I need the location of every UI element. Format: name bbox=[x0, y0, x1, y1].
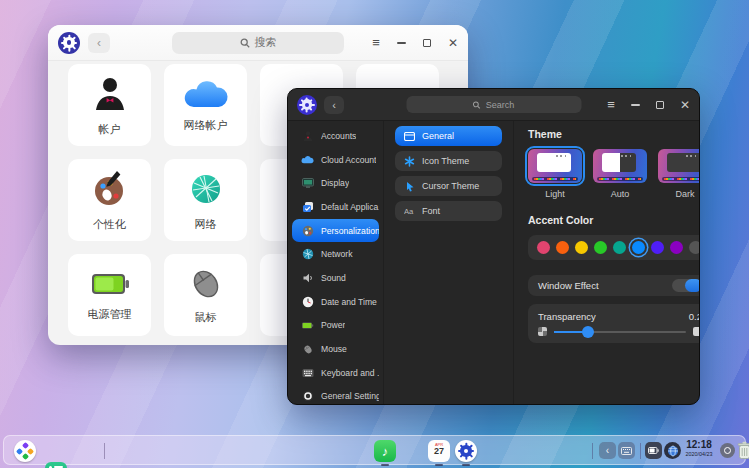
mouse-icon bbox=[301, 343, 314, 356]
tile-label: 鼠标 bbox=[195, 310, 217, 325]
sidebar-item-general-settings[interactable]: General Settings bbox=[292, 385, 379, 405]
transparency-slider[interactable] bbox=[554, 331, 686, 333]
maximize-button[interactable] bbox=[423, 39, 431, 47]
tile-personalization[interactable]: 个性化 bbox=[68, 159, 151, 241]
theme-option-light[interactable]: Light bbox=[528, 149, 582, 199]
default-apps-icon bbox=[301, 200, 314, 213]
window-controls: ≡ ✕ bbox=[372, 36, 458, 49]
tile-accounts[interactable]: 帐户 bbox=[68, 64, 151, 146]
personalization-nav: General Icon Theme Cursor Theme Aa Font bbox=[384, 121, 514, 404]
dock-separator bbox=[592, 443, 593, 459]
onboard-keyboard-icon[interactable] bbox=[618, 442, 635, 459]
launcher-icon[interactable] bbox=[14, 440, 36, 462]
accent-color-dot[interactable] bbox=[670, 241, 683, 254]
tile-label: 电源管理 bbox=[88, 307, 132, 322]
sidebar-item-keyboard[interactable]: Keyboard and ... bbox=[292, 361, 379, 385]
accent-color-dot[interactable] bbox=[632, 241, 645, 254]
accent-color-dot[interactable] bbox=[556, 241, 569, 254]
accent-color-row bbox=[528, 235, 700, 260]
search-input[interactable]: 搜索 bbox=[172, 32, 344, 54]
theme-preview-dark bbox=[658, 149, 700, 183]
display-icon bbox=[301, 177, 314, 190]
transparency-max-icon bbox=[693, 327, 700, 336]
sidebar-item-default-applications[interactable]: Default Applica... bbox=[292, 195, 379, 219]
close-button[interactable]: ✕ bbox=[448, 37, 458, 49]
running-indicator bbox=[435, 464, 443, 466]
sidebar-item-accounts[interactable]: Accounts bbox=[292, 124, 379, 148]
window-controls: ≡ ✕ bbox=[607, 98, 690, 111]
clock[interactable]: 12:18 2020/04/23 bbox=[681, 439, 717, 457]
sidebar-item-network[interactable]: Network bbox=[292, 242, 379, 266]
tile-label: 网络 bbox=[195, 217, 217, 232]
tray-expand-icon[interactable]: ‹ bbox=[599, 442, 616, 459]
nav-item-font[interactable]: Aa Font bbox=[395, 201, 502, 221]
tile-label: 网络帐户 bbox=[184, 118, 228, 133]
trash-icon[interactable] bbox=[737, 441, 749, 464]
menu-icon[interactable]: ≡ bbox=[607, 98, 615, 111]
accent-color-dot[interactable] bbox=[689, 241, 700, 254]
music-player-icon[interactable]: ♪ bbox=[374, 440, 396, 462]
search-icon bbox=[473, 101, 481, 109]
transparency-row: Transparency 0.2 bbox=[528, 304, 700, 343]
window-effect-label: Window Effect bbox=[538, 280, 672, 291]
nav-item-cursor-theme[interactable]: Cursor Theme bbox=[395, 176, 502, 196]
tile-mouse[interactable]: 鼠标 bbox=[164, 254, 247, 336]
accent-color-dot[interactable] bbox=[594, 241, 607, 254]
battery-icon bbox=[301, 319, 314, 332]
running-indicator bbox=[462, 464, 470, 466]
cursor-icon bbox=[404, 181, 415, 192]
workspace-app-icon[interactable] bbox=[45, 462, 67, 468]
settings-sidebar: Accounts Cloud Account Display Default A… bbox=[288, 121, 384, 404]
slider-handle[interactable] bbox=[582, 326, 594, 338]
nav-item-general[interactable]: General bbox=[395, 126, 502, 146]
control-center-dock-icon[interactable] bbox=[455, 440, 477, 462]
sidebar-item-mouse[interactable]: Mouse bbox=[292, 337, 379, 361]
minimize-button[interactable] bbox=[631, 104, 640, 106]
sidebar-item-power[interactable]: Power bbox=[292, 314, 379, 338]
sidebar-item-sound[interactable]: Sound bbox=[292, 266, 379, 290]
tile-network[interactable]: 网络 bbox=[164, 159, 247, 241]
sidebar-item-cloud-account[interactable]: Cloud Account bbox=[292, 148, 379, 172]
theme-section-title: Theme bbox=[528, 128, 700, 140]
theme-option-dark[interactable]: Dark bbox=[658, 149, 700, 199]
clock-icon bbox=[301, 295, 314, 308]
running-indicator bbox=[381, 464, 389, 466]
cloud-icon bbox=[301, 153, 314, 166]
theme-option-auto[interactable]: Auto bbox=[593, 149, 647, 199]
globe-icon bbox=[186, 169, 226, 209]
accounts-icon bbox=[301, 129, 314, 142]
dock: ♪ APR 27 ‹ 12:18 2020/04/23 bbox=[3, 435, 746, 465]
accent-color-dot[interactable] bbox=[651, 241, 664, 254]
nav-item-icon-theme[interactable]: Icon Theme bbox=[395, 151, 502, 171]
accent-color-dot[interactable] bbox=[613, 241, 626, 254]
battery-tray-icon[interactable] bbox=[645, 442, 662, 459]
sidebar-item-personalization[interactable]: Personalization bbox=[292, 219, 379, 243]
accent-color-dot[interactable] bbox=[537, 241, 550, 254]
control-center-logo-icon bbox=[58, 32, 80, 54]
close-button[interactable]: ✕ bbox=[680, 99, 690, 111]
network-icon bbox=[301, 248, 314, 261]
transparency-label: Transparency bbox=[538, 311, 689, 322]
minimize-button[interactable] bbox=[397, 42, 406, 44]
maximize-button[interactable] bbox=[656, 101, 664, 109]
dock-separator bbox=[640, 443, 641, 459]
tile-power[interactable]: 电源管理 bbox=[68, 254, 151, 336]
back-button[interactable]: ‹ bbox=[324, 96, 344, 114]
back-button[interactable]: ‹ bbox=[88, 33, 110, 53]
general-settings-panel: Theme Light Auto Dark Accent Col bbox=[514, 121, 700, 404]
accent-section-title: Accent Color bbox=[528, 214, 700, 226]
window-effect-toggle[interactable] bbox=[672, 279, 700, 292]
menu-icon[interactable]: ≡ bbox=[372, 36, 380, 49]
search-input[interactable]: Search bbox=[406, 96, 581, 113]
tile-cloud-account[interactable]: 网络帐户 bbox=[164, 64, 247, 146]
search-placeholder: Search bbox=[486, 100, 515, 110]
sidebar-item-date-time[interactable]: Date and Time bbox=[292, 290, 379, 314]
svg-text:Aa: Aa bbox=[404, 207, 414, 216]
shutdown-icon[interactable] bbox=[720, 443, 735, 458]
search-icon bbox=[240, 38, 250, 48]
transparency-value: 0.2 bbox=[689, 311, 700, 322]
network-tray-icon[interactable] bbox=[664, 442, 681, 459]
sidebar-item-display[interactable]: Display bbox=[292, 171, 379, 195]
accent-color-dot[interactable] bbox=[575, 241, 588, 254]
calendar-icon[interactable]: APR 27 bbox=[428, 440, 450, 462]
